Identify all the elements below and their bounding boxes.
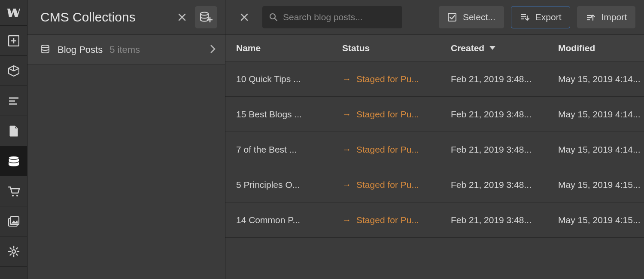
- arrow-right-icon: →: [342, 109, 351, 120]
- close-icon: [240, 13, 248, 21]
- column-created-label: Created: [451, 43, 484, 53]
- plus-box-icon: [8, 35, 19, 46]
- rail-pages[interactable]: [0, 116, 27, 146]
- page-icon: [9, 125, 18, 137]
- rail-assets[interactable]: [0, 206, 27, 236]
- rail-navigator[interactable]: [0, 86, 27, 116]
- cell-status: →Staged for Pu...: [342, 215, 451, 225]
- select-button[interactable]: Select...: [439, 6, 504, 28]
- search-input[interactable]: [283, 12, 395, 22]
- arrow-right-icon: →: [342, 180, 351, 190]
- search-box[interactable]: [262, 6, 402, 28]
- import-button[interactable]: Import: [577, 6, 635, 28]
- cell-created: Feb 21, 2019 3:48...: [451, 215, 558, 225]
- cube-icon: [8, 65, 20, 77]
- cell-modified: May 15, 2019 4:14...: [558, 74, 644, 84]
- gear-icon: [8, 245, 20, 258]
- collection-item-blog-posts[interactable]: Blog Posts 5 items: [27, 35, 225, 65]
- table-row[interactable]: 5 Principles O...→Staged for Pu...Feb 21…: [225, 167, 644, 202]
- collection-name: Blog Posts: [58, 44, 103, 55]
- collections-panel: CMS Collections: [27, 0, 225, 279]
- app-root: CMS Collections: [0, 0, 644, 279]
- table-row[interactable]: 14 Common P...→Staged for Pu...Feb 21, 2…: [225, 202, 644, 238]
- lines-icon: [8, 97, 19, 105]
- close-panel-button[interactable]: [173, 9, 191, 26]
- cell-name: 7 of the Best ...: [236, 144, 342, 155]
- rail-settings[interactable]: [0, 236, 27, 267]
- toolbar: Select... Export Import: [225, 0, 644, 35]
- table-row[interactable]: 15 Best Blogs ...→Staged for Pu...Feb 21…: [225, 97, 644, 132]
- table-row[interactable]: 10 Quick Tips ...→Staged for Pu...Feb 21…: [225, 61, 644, 97]
- rail-add[interactable]: [0, 26, 27, 56]
- database-icon: [40, 45, 50, 55]
- svg-point-21: [270, 14, 275, 19]
- table-body: 10 Quick Tips ...→Staged for Pu...Feb 21…: [225, 61, 644, 238]
- column-status[interactable]: Status: [342, 43, 451, 53]
- cell-created: Feb 21, 2019 3:48...: [451, 74, 558, 84]
- export-icon: [520, 12, 529, 22]
- column-created[interactable]: Created: [451, 43, 558, 53]
- main-content: Select... Export Import: [225, 0, 644, 279]
- svg-rect-23: [448, 13, 456, 21]
- panel-header: CMS Collections: [27, 0, 225, 35]
- panel-title: CMS Collections: [40, 10, 171, 25]
- logo[interactable]: [0, 0, 27, 26]
- cart-icon: [8, 186, 20, 197]
- status-text: Staged for Pu...: [356, 215, 419, 225]
- status-text: Staged for Pu...: [356, 180, 419, 190]
- cell-modified: May 15, 2019 4:14...: [558, 144, 644, 155]
- arrow-right-icon: →: [342, 144, 351, 155]
- svg-line-22: [275, 18, 277, 21]
- rail-ecommerce[interactable]: [0, 176, 27, 206]
- svg-point-15: [200, 12, 208, 15]
- cell-status: →Staged for Pu...: [342, 109, 451, 120]
- cell-modified: May 15, 2019 4:14...: [558, 109, 644, 120]
- column-name[interactable]: Name: [236, 43, 342, 53]
- sort-desc-icon: [489, 46, 495, 50]
- cell-name: 15 Best Blogs ...: [236, 109, 342, 120]
- cell-name: 14 Common P...: [236, 215, 342, 225]
- cell-modified: May 15, 2019 4:15...: [558, 180, 644, 190]
- checkbox-icon: [447, 12, 457, 22]
- table-row[interactable]: 7 of the Best ...→Staged for Pu...Feb 21…: [225, 132, 644, 167]
- rail-box[interactable]: [0, 56, 27, 86]
- svg-point-9: [16, 195, 18, 196]
- arrow-right-icon: →: [342, 215, 351, 225]
- webflow-logo-icon: [7, 9, 20, 17]
- database-icon: [8, 156, 20, 167]
- images-icon: [8, 216, 20, 227]
- svg-point-12: [12, 250, 15, 253]
- svg-point-8: [12, 195, 14, 196]
- cell-status: →Staged for Pu...: [342, 74, 451, 84]
- rail-cms[interactable]: [0, 146, 27, 176]
- cell-created: Feb 21, 2019 3:48...: [451, 144, 558, 155]
- icon-rail: [0, 0, 27, 279]
- import-label: Import: [601, 12, 627, 22]
- cell-name: 5 Principles O...: [236, 180, 342, 190]
- export-button[interactable]: Export: [511, 6, 571, 28]
- chevron-right-icon: [210, 45, 216, 55]
- cell-created: Feb 21, 2019 3:48...: [451, 180, 558, 190]
- database-plus-icon: [200, 12, 213, 23]
- cell-status: →Staged for Pu...: [342, 180, 451, 190]
- cell-created: Feb 21, 2019 3:48...: [451, 109, 558, 120]
- status-text: Staged for Pu...: [356, 74, 419, 84]
- search-icon: [269, 13, 278, 21]
- cell-modified: May 15, 2019 4:15...: [558, 215, 644, 225]
- svg-point-18: [41, 45, 49, 48]
- close-collection-button[interactable]: [236, 9, 253, 26]
- table-header: Name Status Created Modified: [225, 35, 644, 61]
- status-text: Staged for Pu...: [356, 144, 419, 155]
- add-collection-button[interactable]: [195, 6, 217, 28]
- close-icon: [178, 13, 186, 21]
- cell-status: →Staged for Pu...: [342, 144, 451, 155]
- export-label: Export: [535, 12, 562, 22]
- arrow-right-icon: →: [342, 74, 351, 84]
- status-text: Staged for Pu...: [356, 109, 419, 120]
- select-label: Select...: [463, 12, 495, 22]
- cell-name: 10 Quick Tips ...: [236, 74, 342, 84]
- collection-count: 5 items: [109, 44, 210, 55]
- column-modified[interactable]: Modified: [558, 43, 644, 53]
- import-icon: [586, 12, 595, 22]
